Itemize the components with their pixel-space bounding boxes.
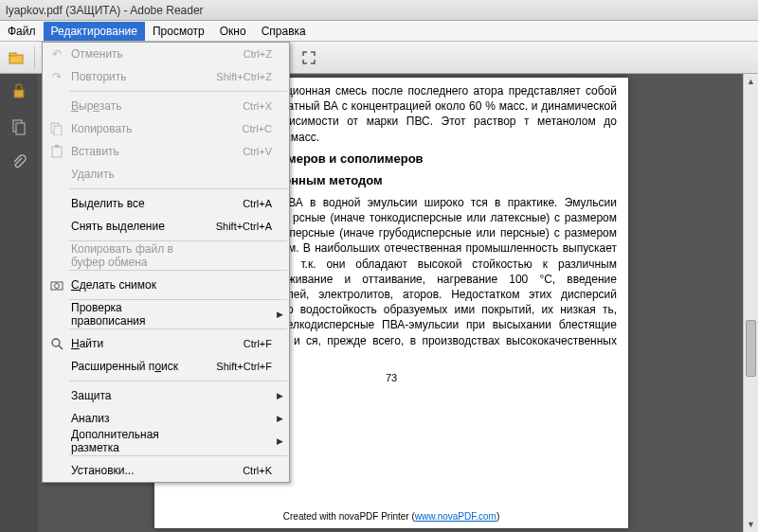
menu-shortcut: Shift+Ctrl+Z [198, 71, 272, 82]
svg-rect-11 [14, 90, 24, 98]
menu-label: Защита [67, 389, 198, 402]
menu-label: Проверка правописания [67, 301, 198, 328]
menu-separator [69, 455, 287, 456]
menu-label: Дополнительная разметка [67, 428, 198, 454]
menu-separator [69, 328, 287, 329]
search-icon [46, 337, 67, 350]
submenu-arrow-icon: ▶ [272, 414, 283, 423]
vertical-scrollbar[interactable]: ▲ ▼ [743, 74, 758, 532]
menu-label: Повторить [67, 70, 198, 83]
menu-delete: Удалить [43, 163, 289, 186]
fullscreen-button[interactable] [297, 45, 321, 70]
redo-icon: ↷ [46, 70, 67, 83]
menu-paste: Вставить Ctrl+V [43, 140, 289, 163]
svg-line-21 [59, 346, 63, 349]
menu-separator [69, 240, 287, 241]
toolbar-separator [34, 46, 35, 69]
menu-shortcut: Shift+Ctrl+A [198, 221, 272, 232]
menu-window[interactable]: Окно [212, 22, 254, 41]
window-titlebar: lyapkov.pdf (ЗАЩИТА) - Adobe Reader [0, 0, 758, 21]
menu-label: Выделить все [67, 197, 198, 210]
menu-snapshot[interactable]: Сделать снимок [43, 274, 289, 296]
footer-link[interactable]: www.novaPDF.com [415, 511, 496, 522]
svg-rect-16 [52, 147, 62, 157]
menu-label: Копировать файл в буфер обмена [67, 242, 198, 269]
svg-rect-15 [54, 126, 62, 135]
menu-shortcut: Ctrl+X [198, 100, 272, 112]
svg-point-20 [52, 339, 60, 346]
menu-edit[interactable]: Редактирование [44, 22, 145, 41]
menu-label: Копировать [67, 122, 198, 135]
menu-separator [69, 188, 287, 189]
svg-point-19 [55, 284, 60, 289]
page-footer: Created with novaPDF Printer (www.novaPD… [154, 506, 628, 527]
pages-icon[interactable] [8, 115, 30, 138]
svg-rect-17 [55, 145, 59, 148]
menu-select-all[interactable]: Выделить все Ctrl+A [43, 192, 289, 215]
submenu-arrow-icon: ▶ [272, 436, 283, 446]
menu-separator [69, 299, 287, 300]
footer-text: ) [496, 511, 499, 522]
undo-icon: ↶ [46, 47, 67, 61]
menu-protection[interactable]: Защита ▶ [43, 384, 289, 407]
menu-label: Снять выделение [67, 220, 198, 233]
menu-separator [69, 270, 287, 271]
menu-shortcut: Ctrl+K [198, 465, 272, 476]
copy-icon [46, 122, 67, 135]
camera-icon [46, 278, 67, 292]
paste-icon [46, 145, 67, 158]
menu-label: Вставить [67, 145, 198, 158]
lock-icon[interactable] [8, 80, 30, 102]
menu-label: Анализ [67, 412, 198, 425]
menu-label: Найти [67, 337, 198, 350]
scroll-down-icon[interactable]: ▼ [744, 517, 758, 532]
menu-shortcut: Ctrl+Z [198, 48, 272, 60]
scroll-up-icon[interactable]: ▲ [744, 74, 758, 89]
menu-label: Сделать снимок [67, 278, 198, 292]
menu-label: Удалить [67, 168, 198, 181]
footer-text: Created with novaPDF Printer ( [283, 511, 415, 522]
submenu-arrow-icon: ▶ [272, 310, 283, 319]
menu-view[interactable]: Просмотр [145, 22, 212, 41]
menu-redo: ↷ Повторить Shift+Ctrl+Z [43, 65, 289, 88]
menu-deselect[interactable]: Снять выделение Shift+Ctrl+A [43, 215, 289, 238]
menu-preferences[interactable]: Установки... Ctrl+K [43, 459, 289, 482]
svg-rect-1 [9, 53, 16, 56]
menu-help[interactable]: Справка [254, 22, 314, 41]
menu-label: Вырезать [67, 99, 198, 113]
nav-sidebar [0, 74, 38, 532]
menu-shortcut: Ctrl+A [198, 198, 272, 209]
menu-file[interactable]: Файл [0, 22, 44, 41]
menu-analysis[interactable]: Анализ ▶ [43, 407, 289, 430]
attachment-icon[interactable] [8, 151, 30, 174]
menu-copy-file: Копировать файл в буфер обмена [43, 244, 289, 267]
menu-label: Установки... [67, 464, 198, 477]
menu-extras[interactable]: Дополнительная разметка ▶ [43, 430, 289, 452]
menu-shortcut: Ctrl+C [198, 123, 272, 134]
menu-cut: Вырезать Ctrl+X [43, 95, 289, 117]
menu-copy: Копировать Ctrl+C [43, 117, 289, 140]
menu-undo: ↶ Отменить Ctrl+Z [43, 43, 289, 65]
menu-find[interactable]: Найти Ctrl+F [43, 332, 289, 355]
menubar: Файл Редактирование Просмотр Окно Справк… [0, 21, 758, 42]
menu-label: Отменить [67, 47, 198, 61]
menu-shortcut: Ctrl+F [198, 338, 272, 349]
menu-separator [69, 91, 287, 92]
window-title: lyapkov.pdf (ЗАЩИТА) - Adobe Reader [6, 4, 204, 17]
menu-separator [69, 381, 287, 381]
menu-label: Расширенный поиск [67, 360, 198, 373]
submenu-arrow-icon: ▶ [272, 391, 283, 400]
menu-shortcut: Shift+Ctrl+F [198, 361, 272, 372]
edit-dropdown: ↶ Отменить Ctrl+Z ↷ Повторить Shift+Ctrl… [42, 42, 290, 483]
svg-rect-13 [16, 123, 25, 134]
menu-adv-search[interactable]: Расширенный поиск Shift+Ctrl+F [43, 355, 289, 378]
menu-shortcut: Ctrl+V [198, 146, 272, 157]
menu-spellcheck[interactable]: Проверка правописания ▶ [43, 303, 289, 326]
open-button[interactable] [4, 45, 28, 70]
scroll-thumb[interactable] [746, 320, 756, 377]
